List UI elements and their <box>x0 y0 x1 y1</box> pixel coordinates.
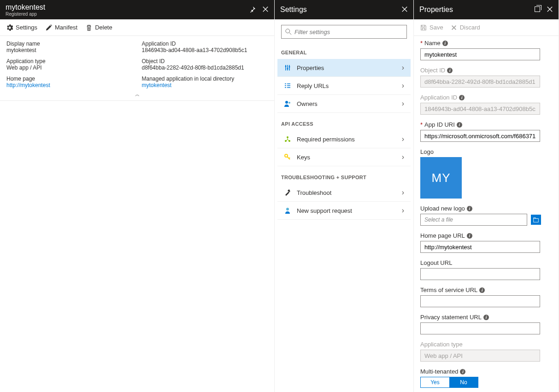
menu-owners[interactable]: Owners › <box>277 95 411 113</box>
tos-input[interactable] <box>420 295 540 307</box>
display-name-value: mytokentest <box>6 47 133 53</box>
privacy-label: Privacy statement URL <box>420 314 482 321</box>
info-icon[interactable]: i <box>442 41 448 46</box>
info-icon[interactable]: i <box>459 95 465 100</box>
app-type-label: Application type <box>420 341 463 348</box>
logout-url-input[interactable] <box>420 268 540 280</box>
managed-app-link[interactable]: mytokentest <box>142 82 268 88</box>
filter-input[interactable] <box>294 29 403 35</box>
chevron-right-icon: › <box>402 206 404 215</box>
svg-point-10 <box>286 208 289 211</box>
pencil-icon <box>46 24 52 31</box>
tos-label: Terms of service URL <box>420 287 477 293</box>
list-icon <box>284 82 291 89</box>
info-icon[interactable]: i <box>457 122 462 128</box>
wrench-icon <box>284 189 291 196</box>
info-icon[interactable]: i <box>447 68 453 73</box>
info-icon[interactable]: i <box>467 206 472 211</box>
gear-icon <box>6 24 13 31</box>
svg-point-5 <box>288 102 290 104</box>
chevron-right-icon: › <box>402 82 404 90</box>
name-input[interactable] <box>420 48 540 60</box>
multi-tenant-toggle[interactable]: Yes No <box>420 377 478 388</box>
info-icon[interactable]: i <box>467 233 472 239</box>
app-type-value: Web app / API <box>6 64 133 71</box>
owners-icon <box>284 100 291 107</box>
app-id-uri-label: App ID URI <box>424 121 455 128</box>
svg-point-0 <box>286 29 290 33</box>
folder-icon <box>533 216 539 223</box>
svg-point-4 <box>285 101 288 104</box>
menu-label: Keys <box>297 154 396 161</box>
svg-point-3 <box>289 66 290 68</box>
app-type-label: Application type <box>6 58 133 64</box>
menu-troubleshoot[interactable]: Troubleshoot › <box>277 184 411 202</box>
app-id-label: Application ID <box>142 41 268 47</box>
upload-file-input[interactable]: Select a file <box>420 214 527 226</box>
logo-preview: MY <box>420 157 462 199</box>
maximize-icon[interactable] <box>535 6 540 14</box>
app-id-uri-input[interactable] <box>420 130 540 142</box>
privacy-input[interactable] <box>420 322 540 334</box>
object-id-label: Object ID <box>142 58 268 64</box>
close-icon[interactable] <box>401 6 408 14</box>
info-icon[interactable]: i <box>483 315 489 320</box>
svg-point-1 <box>285 66 287 67</box>
close-icon[interactable] <box>262 6 269 14</box>
name-label: Name <box>424 40 441 47</box>
menu-keys[interactable]: Keys › <box>277 148 411 166</box>
permissions-icon <box>284 135 291 143</box>
upload-label: Upload new logo <box>420 205 465 212</box>
settings-label: Settings <box>16 24 37 31</box>
managed-app-label: Managed application in local directory <box>142 76 268 82</box>
logo-label: Logo <box>420 148 434 155</box>
chevron-right-icon: › <box>402 99 404 108</box>
chevron-right-icon: › <box>402 64 404 72</box>
logout-url-label: Logout URL <box>420 259 452 266</box>
multi-tenant-label: Multi-tenanted <box>420 368 458 375</box>
save-icon <box>420 24 427 31</box>
collapse-essentials-button[interactable]: ︽ <box>6 91 268 98</box>
blade-header-app: mytokentest Registered app <box>0 0 274 19</box>
object-id-value: d8f64bba-2282-492d-80f8-bd1cda2885d1 <box>142 64 268 71</box>
menu-properties[interactable]: Properties › <box>277 59 411 77</box>
close-icon[interactable] <box>547 6 553 14</box>
blade-header-properties: Properties <box>414 0 559 19</box>
app-id-input <box>420 103 540 115</box>
save-button[interactable]: Save <box>420 24 443 31</box>
browse-file-button[interactable] <box>531 215 541 225</box>
discard-icon <box>451 24 457 31</box>
menu-reply-urls[interactable]: Reply URLs › <box>277 77 411 95</box>
object-id-input <box>420 76 540 88</box>
pin-icon[interactable] <box>249 6 256 14</box>
support-icon <box>284 207 291 214</box>
info-icon[interactable]: i <box>460 369 465 374</box>
blade-title: mytokentest <box>6 3 249 12</box>
delete-label: Delete <box>95 24 112 31</box>
search-icon <box>285 29 292 35</box>
toggle-no[interactable]: No <box>449 377 478 387</box>
info-icon[interactable]: i <box>479 287 485 293</box>
menu-required-permissions[interactable]: Required permissions › <box>277 130 411 148</box>
home-page-label: Home page <box>6 76 133 82</box>
menu-new-support[interactable]: New support request › <box>277 202 411 220</box>
home-page-link[interactable]: http://mytokentest <box>6 82 133 88</box>
save-label: Save <box>430 24 443 31</box>
chevron-right-icon: › <box>402 153 404 161</box>
discard-button[interactable]: Discard <box>451 24 480 31</box>
home-url-label: Home page URL <box>420 232 465 239</box>
manifest-label: Manifest <box>55 24 77 31</box>
settings-button[interactable]: Settings <box>6 24 37 31</box>
blade-header-settings: Settings <box>275 0 413 19</box>
key-icon <box>284 153 291 161</box>
menu-label: Reply URLs <box>297 82 396 89</box>
manifest-button[interactable]: Manifest <box>46 24 77 31</box>
menu-label: Troubleshoot <box>297 189 396 196</box>
svg-rect-11 <box>534 218 539 222</box>
app-type-input <box>420 350 540 362</box>
delete-button[interactable]: Delete <box>86 24 112 31</box>
toggle-yes[interactable]: Yes <box>421 377 449 387</box>
home-url-input[interactable] <box>420 241 540 253</box>
filter-settings-search[interactable] <box>281 25 407 39</box>
settings-blade-title: Settings <box>280 6 401 14</box>
